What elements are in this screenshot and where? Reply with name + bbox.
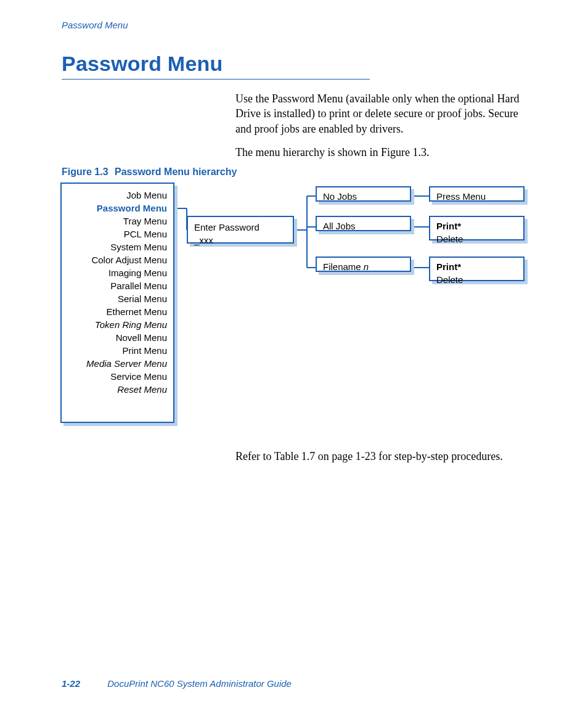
print-delete-box-1: Print* Delete (429, 216, 525, 240)
menu-item: Parallel Menu (65, 279, 167, 292)
menu-item: Novell Menu (65, 331, 167, 344)
running-header: Password Menu (62, 20, 128, 30)
menu-item: System Menu (65, 240, 167, 253)
intro-paragraph-2: The menu hierarchy is shown in Figure 1.… (235, 145, 531, 160)
intro-block: Use the Password Menu (available only wh… (235, 91, 531, 168)
menu-item: Ethernet Menu (65, 305, 167, 318)
print-delete-box-2: Print* Delete (429, 257, 525, 281)
press-menu-box: Press Menu (429, 186, 525, 202)
page-footer: 1-22 DocuPrint NC60 System Administrator… (62, 678, 292, 689)
delete-label: Delete (436, 232, 517, 245)
figure-title: Password Menu hierarchy (115, 166, 237, 177)
menu-item: Token Ring Menu (65, 318, 167, 331)
menu-item: Media Server Menu (65, 357, 167, 370)
print-star: Print* (436, 220, 517, 232)
enter-password-line2: _xxx (194, 234, 287, 247)
filename-box: Filename n (316, 257, 411, 272)
filename-prefix: Filename (323, 261, 364, 272)
all-jobs-box: All Jobs (316, 216, 411, 231)
menu-item-selected: Password Menu (65, 202, 167, 215)
intro-paragraph-1: Use the Password Menu (available only wh… (235, 91, 531, 136)
page-number: 1-22 (62, 678, 80, 689)
enter-password-line1: Enter Password (194, 221, 287, 234)
figure-caption: Figure 1.3 Password Menu hierarchy (62, 166, 237, 178)
enter-password-box: Enter Password _xxx (187, 216, 294, 244)
no-jobs-box: No Jobs (316, 186, 411, 202)
after-figure-text: Refer to Table 1.7 on page 1-23 for step… (235, 449, 531, 464)
menu-item: Color Adjust Menu (65, 253, 167, 266)
menu-item: Tray Menu (65, 215, 167, 228)
menu-list-box: Job Menu Password Menu Tray Menu PCL Men… (60, 183, 174, 423)
menu-item: Imaging Menu (65, 266, 167, 279)
page-root: Password Menu Password Menu Use the Pass… (0, 0, 588, 706)
book-title: DocuPrint NC60 System Administrator Guid… (107, 678, 292, 689)
menu-item: PCL Menu (65, 228, 167, 240)
print-star: Print* (436, 260, 517, 273)
menu-item: Reset Menu (65, 383, 167, 396)
menu-item: Serial Menu (65, 292, 167, 305)
delete-label: Delete (436, 273, 517, 286)
menu-item: Service Menu (65, 370, 167, 383)
title-rule (62, 79, 370, 80)
diagram: Job Menu Password Menu Tray Menu PCL Men… (60, 183, 535, 435)
page-title: Password Menu (62, 52, 223, 76)
filename-n: n (364, 261, 369, 272)
menu-item: Job Menu (65, 189, 167, 202)
figure-label: Figure 1.3 (62, 166, 108, 177)
menu-item: Print Menu (65, 344, 167, 357)
